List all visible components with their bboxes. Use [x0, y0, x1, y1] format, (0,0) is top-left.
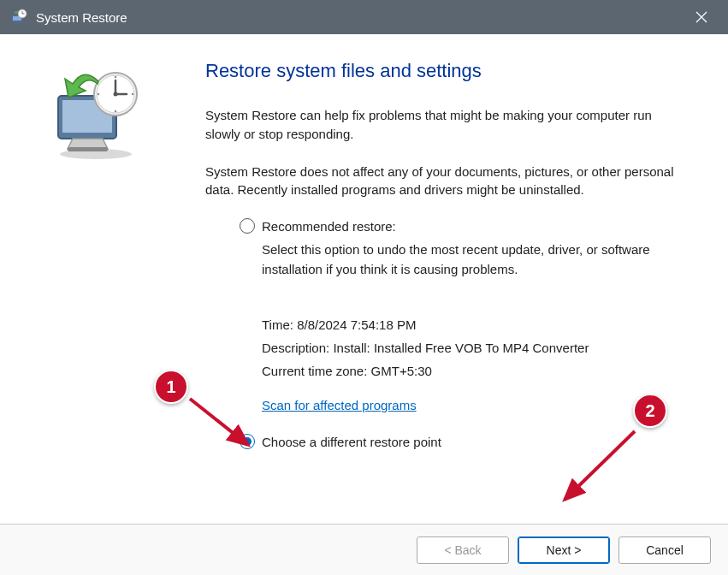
close-button[interactable]	[682, 0, 721, 34]
intro-paragraph-2: System Restore does not affect any of yo…	[205, 163, 685, 200]
system-restore-icon	[43, 68, 145, 163]
sidebar	[0, 34, 188, 522]
back-button: < Back	[417, 536, 509, 564]
scan-affected-programs-link[interactable]: Scan for affected programs	[262, 398, 417, 412]
recommended-restore-label: Recommended restore:	[262, 219, 396, 234]
svg-rect-2	[15, 22, 20, 24]
svg-line-21	[190, 399, 248, 445]
info-timezone: Current time zone: GMT+5:30	[262, 359, 685, 382]
svg-point-20	[98, 93, 99, 95]
svg-point-19	[115, 110, 116, 112]
recommended-restore-description: Select this option to undo the most rece…	[262, 240, 685, 279]
next-button[interactable]: Next >	[518, 536, 610, 564]
annotation-marker-2: 2	[633, 394, 667, 428]
titlebar: System Restore	[0, 0, 728, 34]
titlebar-text: System Restore	[36, 10, 682, 25]
main-panel: Restore system files and settings System…	[188, 34, 728, 522]
info-time: Time: 8/8/2024 7:54:18 PM	[262, 313, 685, 336]
intro-paragraph-1: System Restore can help fix problems tha…	[205, 106, 685, 144]
svg-point-17	[115, 76, 116, 78]
annotation-arrow-2	[553, 426, 642, 510]
svg-point-18	[132, 93, 133, 95]
different-restore-point-label: Choose a different restore point	[262, 435, 441, 449]
app-icon	[10, 9, 27, 26]
restore-point-info: Time: 8/8/2024 7:54:18 PM Description: I…	[262, 313, 685, 382]
annotation-marker-1: 1	[154, 370, 188, 404]
options-group: Recommended restore: Select this option …	[240, 218, 685, 449]
cancel-button[interactable]: Cancel	[619, 536, 711, 564]
annotation-arrow-1	[185, 394, 262, 458]
page-heading: Restore system files and settings	[205, 60, 685, 82]
svg-line-22	[565, 431, 635, 500]
button-bar: < Back Next > Cancel	[0, 524, 728, 575]
svg-rect-11	[68, 147, 108, 151]
info-description: Description: Install: Installed Free VOB…	[262, 336, 685, 359]
recommended-restore-option[interactable]: Recommended restore:	[240, 218, 685, 234]
radio-unchecked-icon[interactable]	[240, 218, 255, 234]
